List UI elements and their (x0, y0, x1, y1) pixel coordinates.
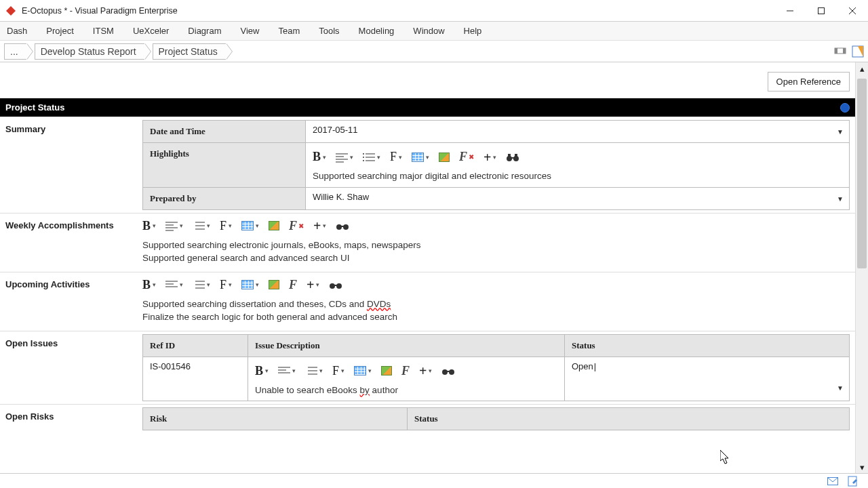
font-icon[interactable]: F▾ (390, 150, 402, 164)
menu-tools[interactable]: Tools (319, 26, 339, 36)
menu-itsm[interactable]: ITSM (93, 26, 114, 36)
menu-team[interactable]: Team (278, 26, 300, 36)
highlights-editor[interactable]: B▾ ▾ ▾ F▾ ▾ F✖ +▾ Supported searching ma… (306, 143, 850, 188)
scroll-down-icon[interactable]: ▾ (856, 461, 868, 473)
font-icon[interactable]: F▾ (332, 364, 344, 378)
issue-refid[interactable]: IS-001546 (143, 357, 248, 401)
image-icon[interactable] (439, 152, 450, 162)
svg-rect-43 (334, 285, 337, 286)
chevron-down-icon[interactable]: ▼ (837, 195, 844, 202)
table-icon[interactable]: ▾ (241, 280, 259, 289)
chevron-down-icon[interactable]: ▼ (837, 128, 844, 136)
date-time-value[interactable]: 2017-05-11 ▼ (306, 121, 850, 143)
svg-point-33 (343, 224, 349, 230)
list-icon[interactable]: ▾ (305, 365, 323, 377)
find-icon[interactable] (329, 279, 342, 290)
svg-point-18 (363, 157, 364, 158)
table-icon[interactable]: ▾ (241, 221, 259, 230)
find-icon[interactable] (336, 220, 349, 231)
align-icon[interactable]: ▾ (336, 151, 353, 163)
close-button[interactable] (837, 0, 868, 22)
image-icon[interactable] (269, 221, 279, 230)
weekly-label: Weekly Accomplishments (0, 214, 142, 272)
issue-desc[interactable]: B▾ ▾ ▾ F▾ ▾ F +▾ Unable to search eBooks (248, 357, 565, 401)
minimize-button[interactable] (774, 0, 806, 22)
panel-icon[interactable] (852, 45, 864, 58)
edit-icon[interactable] (848, 476, 859, 487)
status-bar (0, 473, 868, 488)
svg-rect-6 (835, 48, 837, 54)
prepared-by-label: Prepared by (143, 187, 306, 209)
mail-icon[interactable] (827, 476, 838, 487)
svg-rect-52 (447, 371, 450, 372)
scroll-up-icon[interactable]: ▴ (856, 62, 868, 75)
menu-modeling[interactable]: Modeling (359, 26, 395, 36)
svg-point-50 (442, 369, 448, 375)
find-icon[interactable] (441, 365, 455, 376)
align-icon[interactable]: ▾ (165, 279, 183, 291)
upcoming-text[interactable]: Supported searching dissertation and the… (142, 298, 850, 324)
clear-format-icon[interactable]: F (289, 278, 297, 292)
list-icon[interactable]: ▾ (193, 220, 210, 232)
breadcrumb-develop[interactable]: Develop Status Report (35, 43, 144, 60)
open-risks-label: Open Risks (0, 405, 142, 433)
highlights-label: Highlights (143, 143, 306, 188)
bold-icon[interactable]: B▾ (142, 278, 156, 292)
table-icon[interactable]: ▾ (354, 366, 372, 375)
vertical-scrollbar[interactable]: ▴ ▾ (856, 62, 868, 473)
image-icon[interactable] (381, 366, 392, 375)
svg-rect-2 (818, 7, 825, 14)
align-icon[interactable]: ▾ (278, 365, 296, 377)
table-icon[interactable]: ▾ (412, 152, 429, 162)
menu-project[interactable]: Project (46, 26, 73, 36)
target-icon[interactable] (840, 103, 850, 113)
svg-point-41 (330, 283, 335, 289)
window-title: E-Octopus * - Visual Paradigm Enterprise (22, 6, 178, 16)
svg-point-32 (336, 224, 342, 230)
insert-icon[interactable]: +▾ (313, 221, 326, 230)
svg-point-17 (363, 153, 364, 155)
weekly-text[interactable]: Supported searching electronic journals,… (142, 239, 850, 265)
menu-diagram[interactable]: Diagram (188, 26, 221, 36)
open-reference-button[interactable]: Open Reference (768, 72, 850, 92)
clear-format-icon[interactable]: F✖ (289, 219, 304, 233)
clear-format-icon[interactable]: F (401, 364, 410, 378)
find-icon[interactable] (506, 152, 519, 163)
list-icon[interactable]: ▾ (193, 279, 210, 291)
clear-format-icon[interactable]: F✖ (459, 150, 474, 164)
highlights-text[interactable]: Supported searching major digital and el… (313, 169, 842, 183)
bold-icon[interactable]: B▾ (313, 150, 326, 164)
menu-window[interactable]: Window (413, 26, 444, 36)
bold-icon[interactable]: B▾ (142, 219, 156, 233)
svg-rect-34 (341, 226, 344, 227)
svg-rect-22 (511, 157, 514, 159)
list-icon[interactable]: ▾ (363, 151, 380, 163)
svg-point-20 (507, 156, 512, 161)
image-icon[interactable] (269, 280, 279, 289)
section-title: Project Status (5, 102, 64, 113)
breadcrumb-current[interactable]: Project Status (153, 43, 226, 60)
col-status: Status (565, 334, 850, 357)
chevron-down-icon[interactable]: ▼ (837, 384, 844, 392)
menu-help[interactable]: Help (464, 26, 482, 36)
issue-status[interactable]: Open ▼ (565, 357, 850, 401)
align-icon[interactable]: ▾ (165, 220, 183, 232)
maximize-button[interactable] (806, 0, 837, 22)
col-refid: Ref ID (143, 334, 248, 357)
font-icon[interactable]: F▾ (220, 219, 232, 233)
breadcrumb-bar: ... Develop Status Report Project Status (0, 41, 868, 62)
insert-icon[interactable]: +▾ (484, 152, 496, 162)
insert-icon[interactable]: +▾ (307, 280, 319, 289)
bold-icon[interactable]: B▾ (255, 364, 269, 378)
view-mode-icon[interactable] (834, 45, 846, 58)
prepared-by-value[interactable]: Willie K. Shaw ▼ (306, 187, 850, 209)
font-icon[interactable]: F▾ (220, 278, 232, 292)
menu-dash[interactable]: Dash (7, 26, 27, 36)
menu-view[interactable]: View (240, 26, 259, 36)
breadcrumb-root[interactable]: ... (4, 43, 26, 60)
insert-icon[interactable]: +▾ (419, 366, 432, 375)
scroll-thumb[interactable] (857, 79, 867, 268)
menu-uexceler[interactable]: UeXceler (133, 26, 169, 36)
svg-point-21 (513, 156, 519, 161)
svg-marker-0 (6, 6, 16, 16)
